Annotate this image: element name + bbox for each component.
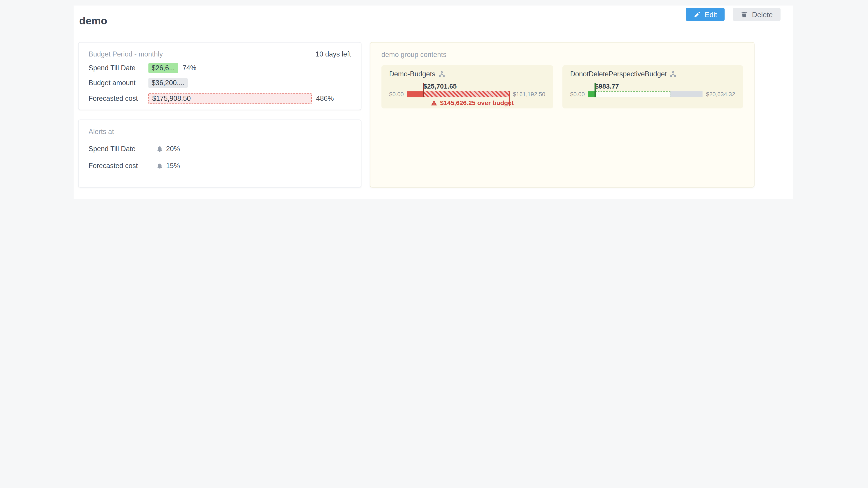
app-viewport: demo Edit Delete [0,0,868,199]
budget-period-card-head: Budget Period - monthly 10 days left [89,51,351,58]
bar-segment-solid-red [407,91,424,97]
summary-cards-row: Budget Period - monthly 10 days left Spe… [78,42,780,188]
budget-progress-bar: $983.77 [588,91,703,97]
page-title: demo [79,15,107,27]
warning-icon [431,100,437,106]
budget-progress-bar: $25,701.65 [407,91,510,97]
spend-till-date-label: Spend Till Date [89,64,148,72]
forecasted-cost-chip: $175,908.50 [148,93,311,104]
spend-till-date-row: Spend Till Date $26,6... 74% [89,63,351,73]
budget-amount-chip: $36,200.... [148,78,188,88]
budget-name: DonotDeletePerspectiveBudget [570,70,735,78]
header-actions: Edit Delete [686,8,780,21]
spend-value-label: $983.77 [595,82,619,90]
delete-button[interactable]: Delete [733,8,780,21]
delete-button-label: Delete [752,10,773,19]
spend-till-date-percent: 74% [182,64,196,72]
group-budgets-row: Demo-Budgets$0.00$25,701.65$161,192.50$1… [381,65,743,108]
bar-segment-solid-green [588,91,595,97]
main-content: demo Edit Delete [74,5,793,199]
budget-period-card: Budget Period - monthly 10 days left Spe… [78,42,362,110]
forecasted-cost-label: Forecasted cost [89,95,148,102]
spend-marker [594,83,595,97]
budget-name: Demo-Budgets [389,70,546,78]
budget-amount-row: Budget amount $36,200.... [89,78,351,88]
bar-segment-hatch-red [423,91,509,97]
forecasted-cost-row: Forecasted cost $175,908.50 486% [89,93,351,104]
alert-forecast-value: 15% [166,162,180,170]
spend-marker [423,83,424,97]
pencil-icon [694,11,701,18]
spend-till-date-chip: $26,6... [148,63,178,73]
range-min-label: $0.00 [389,91,404,97]
over-budget-warning: $145,626.25 over budget [431,100,545,106]
budget-period-title: Budget Period - monthly [89,51,163,58]
budget-end-line [508,91,510,106]
range-max-label: $161,192.50 [513,91,545,97]
range-max-label: $20,634.32 [706,91,735,97]
trash-icon [741,11,748,18]
budget-card[interactable]: Demo-Budgets$0.00$25,701.65$161,192.50$1… [381,65,553,108]
page-header: demo Edit Delete [74,5,793,42]
alerts-card: Alerts at Spend Till Date 20% Forecasted… [78,120,362,188]
alert-spend-value: 20% [166,145,180,153]
alert-spend-label: Spend Till Date [89,145,156,153]
left-column: Budget Period - monthly 10 days left Spe… [78,42,362,188]
range-min-label: $0.00 [570,91,585,97]
forecasted-cost-percent: 486% [316,95,334,102]
spend-value-label: $25,701.65 [423,82,457,90]
alerts-title: Alerts at [89,128,114,135]
group-contents-card: demo group contents Demo-Budgets$0.00$25… [370,42,754,188]
alerts-card-head: Alerts at [89,128,351,135]
alert-forecast-row: Forecasted cost 15% [89,162,351,170]
alert-forecast-label: Forecasted cost [89,162,156,170]
bell-icon [156,162,163,170]
alert-spend-row: Spend Till Date 20% [89,145,351,153]
edit-button[interactable]: Edit [686,8,725,21]
bar-segment-rest-gray [671,91,703,97]
hierarchy-icon [670,71,677,77]
budget-card[interactable]: DonotDeletePerspectiveBudget$0.00$983.77… [562,65,743,108]
days-left-label: 10 days left [315,51,351,58]
bar-segment-dash-green [595,91,671,97]
edit-button-label: Edit [705,10,717,19]
budget-amount-label: Budget amount [89,79,148,87]
hierarchy-icon [439,71,445,77]
group-contents-title: demo group contents [381,51,743,59]
bell-icon [156,145,163,153]
